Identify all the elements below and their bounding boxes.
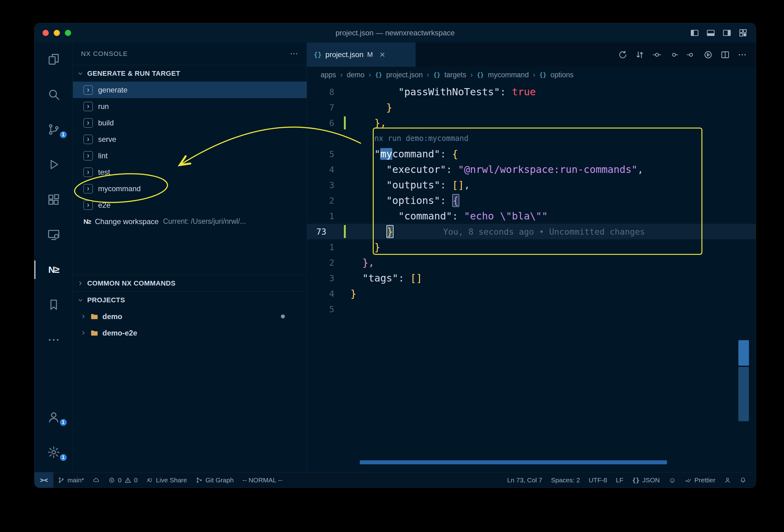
status-extension-face[interactable]: ☺ xyxy=(664,472,681,487)
status-notifications[interactable] xyxy=(735,472,751,487)
next-revision-button[interactable] xyxy=(686,50,696,60)
status-remote[interactable]: >< xyxy=(34,472,53,487)
split-editor-button[interactable] xyxy=(720,50,730,60)
section-generate-run-target[interactable]: GENERATE & RUN TARGET xyxy=(73,65,307,82)
layout-panel-bottom-button[interactable] xyxy=(706,28,716,37)
code-line[interactable]: 73 }You, 8 seconds ago • Uncommitted cha… xyxy=(307,224,756,239)
status-eol[interactable]: LF xyxy=(611,472,628,487)
project-item-demo-e2e[interactable]: demo-e2e xyxy=(73,325,307,341)
activity-run-debug[interactable] xyxy=(34,153,73,176)
badge: 1 xyxy=(59,453,67,461)
activity-bookmarks[interactable] xyxy=(34,293,73,316)
code-text: "tags": [] xyxy=(342,272,422,284)
code-line[interactable]: 1 "command": "echo \"bla\"" xyxy=(307,208,756,224)
git-graph-icon xyxy=(196,477,203,483)
breadcrumb-item-options[interactable]: options xyxy=(551,71,573,79)
target-label: serve xyxy=(98,135,116,144)
run-circle-button[interactable] xyxy=(703,50,713,60)
breadcrumb-item-targets[interactable]: targets xyxy=(444,71,466,79)
editor-actions xyxy=(618,43,756,67)
open-changes-button[interactable] xyxy=(652,50,662,60)
activity-settings[interactable]: 1 xyxy=(34,441,73,464)
code-editor[interactable]: 8 "passWithNoTests": true7 }6 },nx run d… xyxy=(307,83,756,472)
code-line[interactable]: 2 "options": { xyxy=(307,193,756,208)
prev-revision-button[interactable] xyxy=(669,50,679,60)
breadcrumb-item-mycommand[interactable]: mycommand xyxy=(488,71,529,79)
breadcrumb: apps›demo›{}project.json›{}targets›{}myc… xyxy=(307,67,756,83)
close-tab-icon[interactable]: × xyxy=(380,50,385,59)
breadcrumb-item-project.json[interactable]: project.json xyxy=(386,71,423,79)
activity-explorer[interactable] xyxy=(34,48,73,71)
status-feedback[interactable] xyxy=(720,472,735,487)
activity-accounts[interactable]: 1 xyxy=(34,405,73,429)
code-line[interactable]: 8 "passWithNoTests": true xyxy=(307,84,756,100)
activity-source-control[interactable]: 1 xyxy=(34,118,73,141)
breadcrumb-separator: › xyxy=(368,71,371,79)
activity-bar-top: 1N≥ xyxy=(34,43,73,352)
code-line[interactable]: 4 "executor": "@nrwl/workspace:run-comma… xyxy=(307,162,756,177)
breadcrumb-item-apps[interactable]: apps xyxy=(320,71,336,79)
target-item-serve[interactable]: ❯serve xyxy=(73,131,307,147)
status-problems[interactable]: 00 xyxy=(104,472,142,487)
layout-sidebar-right-icon xyxy=(722,28,732,37)
code-lens-row[interactable]: nx run demo:mycommand xyxy=(307,131,756,146)
horizontal-scrollbar[interactable] xyxy=(360,460,667,464)
layout-sidebar-left-button[interactable] xyxy=(690,28,699,37)
activity-more[interactable] xyxy=(34,328,73,352)
code-line[interactable]: 7 } xyxy=(307,100,756,115)
status-cursor-position[interactable]: Ln 73, Col 7 xyxy=(503,472,547,487)
status-prettier[interactable]: Prettier xyxy=(680,472,720,487)
code-line[interactable]: 5 "mycommand": { xyxy=(307,146,756,162)
code-lens[interactable]: nx run demo:mycommand xyxy=(374,134,468,143)
activity-nx-console[interactable]: N≥ xyxy=(34,258,73,282)
sidebar-more-actions-button[interactable] xyxy=(289,49,299,58)
section-label: GENERATE & RUN TARGET xyxy=(87,69,180,78)
status-sync[interactable] xyxy=(88,472,104,487)
code-line[interactable]: 3 "tags": [] xyxy=(307,270,756,286)
code-line[interactable]: 2 }, xyxy=(307,255,756,270)
section-projects[interactable]: PROJECTS xyxy=(73,291,307,308)
target-item-mycommand[interactable]: ❯mycommand xyxy=(73,180,307,197)
activity-remote-explorer[interactable] xyxy=(34,223,73,247)
change-workspace-item[interactable]: N≥ Change workspace Current: /Users/juri… xyxy=(73,213,307,230)
target-item-test[interactable]: ❯test xyxy=(73,164,307,180)
tab-project-json[interactable]: {} project.json M × xyxy=(307,43,416,67)
status-indentation[interactable]: Spaces: 2 xyxy=(547,472,584,487)
tab-label: project.json xyxy=(325,50,363,59)
breadcrumb-item-demo[interactable]: demo xyxy=(347,71,365,79)
activity-extensions[interactable] xyxy=(34,188,73,212)
code-line[interactable]: 4} xyxy=(307,286,756,301)
compare-changes-button[interactable] xyxy=(635,50,645,60)
status-language-mode[interactable]: {}JSON xyxy=(628,472,664,487)
status-vim-mode[interactable]: -- NORMAL -- xyxy=(238,472,287,487)
titlebar-layout-controls xyxy=(690,23,748,43)
code-line[interactable]: 3 "outputs": [], xyxy=(307,177,756,193)
status-live-share[interactable]: Live Share xyxy=(142,472,191,487)
project-item-demo[interactable]: demo xyxy=(73,308,307,325)
target-item-lint[interactable]: ❯lint xyxy=(73,147,307,164)
status-encoding[interactable]: UTF-8 xyxy=(584,472,612,487)
code-line[interactable]: 5 xyxy=(307,301,756,317)
status-git-graph[interactable]: Git Graph xyxy=(192,472,238,487)
more-actions-button[interactable] xyxy=(737,50,747,60)
code-line[interactable]: 6 }, xyxy=(307,115,756,131)
section-common-nx-commands[interactable]: COMMON NX COMMANDS xyxy=(73,275,307,291)
minimize-window-button[interactable] xyxy=(54,30,60,36)
target-item-build[interactable]: ❯build xyxy=(73,115,307,131)
close-window-button[interactable] xyxy=(43,30,49,36)
history-button[interactable] xyxy=(618,50,627,60)
code-line[interactable]: 1 } xyxy=(307,239,756,255)
line-number: 5 xyxy=(307,149,342,159)
zoom-window-button[interactable] xyxy=(65,30,71,36)
target-item-e2e[interactable]: ❯e2e xyxy=(73,197,307,213)
chevron-right-icon xyxy=(80,313,86,319)
layout-sidebar-right-button[interactable] xyxy=(722,28,732,37)
overview-ruler-mark xyxy=(738,340,749,366)
breadcrumb-separator: › xyxy=(340,71,343,79)
target-item-generate[interactable]: ❯generate xyxy=(73,82,307,98)
folder-icon xyxy=(90,329,99,337)
activity-search[interactable] xyxy=(34,83,73,106)
target-item-run[interactable]: ❯run xyxy=(73,98,307,115)
status-branch[interactable]: main* xyxy=(53,472,88,487)
customize-layout-button[interactable] xyxy=(738,28,748,37)
